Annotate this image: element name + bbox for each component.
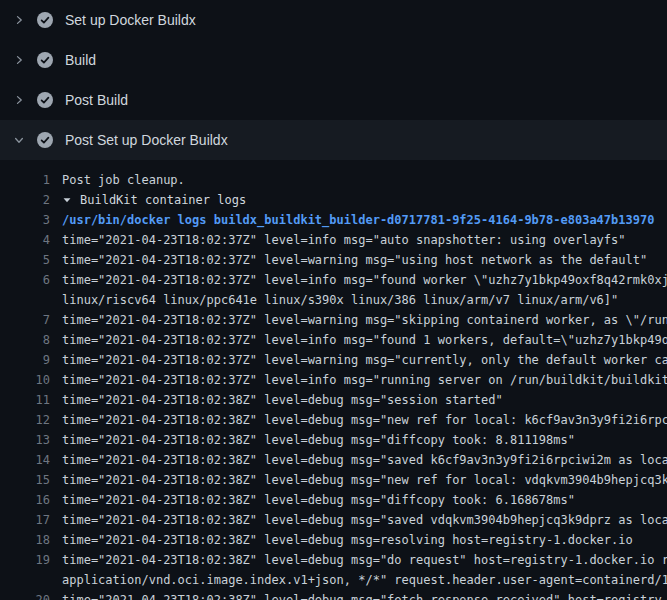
line-number-link[interactable]: 8 (0, 330, 50, 350)
step-label: Set up Docker Buildx (65, 12, 196, 28)
line-number-link[interactable]: 14 (0, 450, 50, 470)
log-line: 12time="2021-04-23T18:02:38Z" level=debu… (0, 410, 667, 430)
log-text: time="2021-04-23T18:02:37Z" level=info m… (62, 330, 667, 350)
log-line: 20time="2021-04-23T18:02:38Z" level=debu… (0, 590, 667, 600)
line-number-link[interactable]: 15 (0, 470, 50, 490)
log-line: 6time="2021-04-23T18:02:37Z" level=info … (0, 270, 667, 290)
log-text: time="2021-04-23T18:02:37Z" level=warnin… (62, 310, 667, 330)
triangle-down-icon[interactable] (62, 191, 72, 210)
log-line: 7time="2021-04-23T18:02:37Z" level=warni… (0, 310, 667, 330)
log-line: 13time="2021-04-23T18:02:38Z" level=debu… (0, 430, 667, 450)
log-text: BuildKit container logs (62, 190, 667, 210)
log-line: 4time="2021-04-23T18:02:37Z" level=info … (0, 230, 667, 250)
check-circle-icon (37, 92, 53, 108)
check-circle-icon (37, 52, 53, 68)
log-line: 2BuildKit container logs (0, 190, 667, 210)
log-line-continuation: application/vnd.oci.image.index.v1+json,… (0, 570, 667, 590)
log-text: time="2021-04-23T18:02:38Z" level=debug … (62, 550, 667, 570)
line-number-link[interactable]: 9 (0, 350, 50, 370)
log-text: time="2021-04-23T18:02:38Z" level=debug … (62, 450, 667, 470)
log-text: Post job cleanup. (62, 170, 667, 190)
log-line: 3/usr/bin/docker logs buildx_buildkit_bu… (0, 210, 667, 230)
line-number-link[interactable]: 3 (0, 210, 50, 230)
line-number-link[interactable]: 11 (0, 390, 50, 410)
log-text: time="2021-04-23T18:02:37Z" level=info m… (62, 370, 667, 390)
step-label: Build (65, 52, 96, 68)
step-label: Post Set up Docker Buildx (65, 132, 228, 148)
job-steps-list: Set up Docker BuildxBuildPost BuildPost … (0, 0, 667, 160)
log-line: 1Post job cleanup. (0, 170, 667, 190)
log-line-continuation: linux/riscv64 linux/ppc641e linux/s390x … (0, 290, 667, 310)
line-number-link[interactable]: 20 (0, 590, 50, 600)
step-header[interactable]: Set up Docker Buildx (0, 0, 667, 40)
line-number-link (0, 290, 50, 310)
chevron-right-icon (13, 94, 25, 106)
log-line: 5time="2021-04-23T18:02:37Z" level=warni… (0, 250, 667, 270)
log-line: 8time="2021-04-23T18:02:37Z" level=info … (0, 330, 667, 350)
command-text: /usr/bin/docker logs buildx_buildkit_bui… (62, 210, 667, 230)
log-line: 11time="2021-04-23T18:02:38Z" level=debu… (0, 390, 667, 410)
step-label: Post Build (65, 92, 128, 108)
log-line: 15time="2021-04-23T18:02:38Z" level=debu… (0, 470, 667, 490)
log-text: time="2021-04-23T18:02:38Z" level=debug … (62, 410, 667, 430)
line-number-link[interactable]: 18 (0, 530, 50, 550)
log-text: time="2021-04-23T18:02:38Z" level=debug … (62, 590, 667, 600)
chevron-down-icon (13, 134, 25, 146)
log-text: time="2021-04-23T18:02:38Z" level=debug … (62, 470, 667, 490)
log-line: 16time="2021-04-23T18:02:38Z" level=debu… (0, 490, 667, 510)
log-line: 19time="2021-04-23T18:02:38Z" level=debu… (0, 550, 667, 570)
log-line: 14time="2021-04-23T18:02:38Z" level=debu… (0, 450, 667, 470)
log-text: time="2021-04-23T18:02:38Z" level=debug … (62, 510, 667, 530)
log-text: time="2021-04-23T18:02:37Z" level=warnin… (62, 250, 667, 270)
log-text: time="2021-04-23T18:02:37Z" level=info m… (62, 230, 667, 250)
log-text: time="2021-04-23T18:02:38Z" level=debug … (62, 390, 667, 410)
log-text: time="2021-04-23T18:02:37Z" level=warnin… (62, 350, 667, 370)
line-number-link[interactable]: 13 (0, 430, 50, 450)
log-text: application/vnd.oci.image.index.v1+json,… (62, 570, 667, 590)
chevron-right-icon (13, 54, 25, 66)
log-text: time="2021-04-23T18:02:37Z" level=info m… (62, 270, 667, 290)
log-line: 9time="2021-04-23T18:02:37Z" level=warni… (0, 350, 667, 370)
line-number-link (0, 570, 50, 590)
log-text: time="2021-04-23T18:02:38Z" level=debug … (62, 490, 667, 510)
line-number-link[interactable]: 6 (0, 270, 50, 290)
chevron-right-icon (13, 14, 25, 26)
log-line: 18time="2021-04-23T18:02:38Z" level=debu… (0, 530, 667, 550)
line-number-link[interactable]: 10 (0, 370, 50, 390)
line-number-link[interactable]: 5 (0, 250, 50, 270)
log-line: 10time="2021-04-23T18:02:37Z" level=info… (0, 370, 667, 390)
log-line: 17time="2021-04-23T18:02:38Z" level=debu… (0, 510, 667, 530)
line-number-link[interactable]: 19 (0, 550, 50, 570)
check-circle-icon (37, 132, 53, 148)
log-viewer: 1Post job cleanup.2BuildKit container lo… (0, 160, 667, 600)
line-number-link[interactable]: 12 (0, 410, 50, 430)
line-number-link[interactable]: 1 (0, 170, 50, 190)
log-group-label[interactable]: BuildKit container logs (80, 193, 246, 207)
log-text: linux/riscv64 linux/ppc641e linux/s390x … (62, 290, 667, 310)
log-text: time="2021-04-23T18:02:38Z" level=debug … (62, 430, 667, 450)
check-circle-icon (37, 12, 53, 28)
line-number-link[interactable]: 17 (0, 510, 50, 530)
line-number-link[interactable]: 16 (0, 490, 50, 510)
step-header[interactable]: Build (0, 40, 667, 80)
line-number-link[interactable]: 4 (0, 230, 50, 250)
log-text: time="2021-04-23T18:02:38Z" level=debug … (62, 530, 667, 550)
line-number-link[interactable]: 7 (0, 310, 50, 330)
step-header[interactable]: Post Build (0, 80, 667, 120)
line-number-link[interactable]: 2 (0, 190, 50, 210)
step-header[interactable]: Post Set up Docker Buildx (0, 120, 667, 160)
